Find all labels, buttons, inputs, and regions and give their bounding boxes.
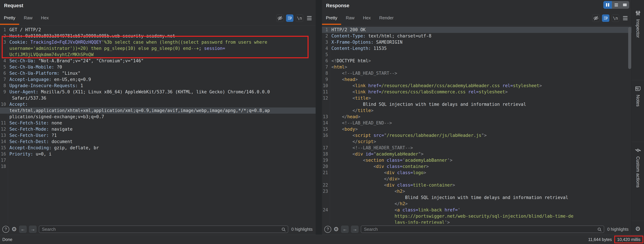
scrollbar-thumb[interactable] — [628, 27, 631, 69]
tab-hex[interactable]: Hex — [359, 11, 374, 25]
line-number: 12 — [322, 95, 330, 101]
code-row: 18 <div id="academyLabHeader"> — [322, 151, 632, 157]
line-number: 18 — [322, 151, 330, 157]
code-text: Accept-Encoding: gzip, deflate, br — [8, 145, 99, 151]
code-text: Content-Type: text/html; charset=utf-8 — [330, 33, 432, 39]
tab-render[interactable]: Render — [376, 11, 398, 25]
search-input[interactable] — [39, 226, 288, 233]
menu-icon[interactable] — [306, 14, 313, 22]
prev-match-button[interactable]: ← — [341, 226, 349, 233]
line-number: 19 — [322, 157, 330, 163]
response-search-bar: ? ⚙ ← → 0 highlights — [322, 224, 632, 235]
line-number: 20 — [322, 163, 330, 170]
search-input-wrap — [39, 226, 288, 233]
line-number: 12 — [0, 126, 8, 132]
code-text: GET / HTTP/2 — [8, 27, 41, 33]
request-editor-toolbar: \n — [276, 14, 313, 22]
code-text: <link href=/resources/labheader/css/acad… — [330, 83, 542, 89]
hide-nonprinting-eye-off-icon[interactable] — [276, 14, 284, 22]
code-row: 13Sec-Fetch-User: ?1 — [0, 132, 316, 139]
code-text: <div class=logo> — [330, 170, 426, 176]
code-row: 4Content-Length: 11535 — [322, 45, 632, 51]
tab-pretty[interactable]: Pretty — [0, 11, 19, 25]
line-number: 11 — [322, 89, 330, 95]
code-row: 20 <div class=container> — [322, 163, 632, 170]
tab-raw[interactable]: Raw — [20, 11, 36, 25]
request-editor[interactable]: 1GET / HTTP/22Host: 0a0100a803a3049781cb… — [0, 25, 316, 224]
line-number: 5 — [0, 64, 8, 70]
code-row: 24 <a class=link-back href=' — [322, 207, 632, 213]
tab-pretty[interactable]: Pretty — [322, 11, 341, 25]
line-number: 2 — [322, 33, 330, 39]
code-text — [8, 163, 10, 170]
line-number — [322, 219, 330, 224]
annotation-box-cookie — [2, 36, 308, 58]
code-text: <!--LAB_HEADER_START--> — [330, 145, 413, 151]
code-row: 18 — [0, 163, 316, 170]
response-bytes: 11,644 bytes — [588, 237, 612, 242]
line-number: 1 — [0, 27, 8, 33]
next-match-button[interactable]: → — [29, 226, 37, 233]
line-number: 4 — [322, 45, 330, 51]
tab-raw[interactable]: Raw — [342, 11, 358, 25]
code-row: lays-info-retrieval'> — [322, 219, 632, 224]
status-bar: Done 11,644 bytes 10,420 millis — [0, 235, 644, 244]
code-row: 15 <body> — [322, 126, 632, 132]
word-wrap-icon[interactable] — [286, 14, 294, 22]
code-row: 4Sec-Ch-Ua: "Not-A.Brand";v="24", "Chrom… — [0, 58, 316, 64]
newline-icon[interactable]: \n — [612, 14, 619, 22]
sidebar-tab-label: Inspector — [635, 19, 640, 38]
code-row: 22 <div class=title-container> — [322, 182, 632, 188]
code-row: </h2> — [322, 201, 632, 207]
line-number: 17 — [322, 145, 330, 151]
line-number: 15 — [0, 145, 8, 151]
code-row: 6<!DOCTYPE html> — [322, 58, 632, 64]
code-text: HTTP/2 200 OK — [330, 27, 366, 33]
hide-nonprinting-eye-off-icon[interactable] — [592, 14, 600, 22]
sidebar-tab-label: Custom actions — [635, 156, 640, 188]
help-icon[interactable]: ? — [2, 226, 9, 233]
sidebar-tab-inspector[interactable]: Inspector — [632, 0, 644, 80]
request-panel-title: Request — [0, 0, 23, 11]
line-number — [0, 114, 8, 120]
gear-icon[interactable]: ⚙ — [334, 226, 339, 232]
magnifier-icon — [597, 227, 602, 232]
rows-layout-icon[interactable] — [612, 1, 620, 9]
search-input[interactable] — [361, 226, 604, 233]
line-number: 3 — [322, 39, 330, 45]
code-text: Blind SQL injection with time delays and… — [330, 195, 568, 201]
code-text: Sec-Fetch-Mode: navigate — [8, 126, 72, 132]
line-number — [322, 101, 330, 107]
settings-gear-icon[interactable]: ⚙ — [635, 225, 640, 233]
response-highlights-count: 0 highlights — [607, 227, 628, 232]
code-text: Sec-Fetch-Dest: document — [8, 139, 72, 145]
help-icon[interactable]: ? — [324, 226, 331, 233]
sidebar-tab-notes[interactable]: Notes — [632, 80, 644, 142]
single-layout-icon[interactable] — [621, 1, 629, 9]
code-text: <section class='academyLabBanner'> — [330, 157, 452, 163]
code-text: text/html,application/xhtml+xml,applicat… — [8, 107, 270, 114]
line-number: 6 — [322, 58, 330, 64]
newline-icon[interactable]: \n — [296, 14, 303, 22]
gear-icon[interactable]: ⚙ — [12, 226, 17, 232]
code-text: <div id="academyLabHeader"> — [330, 151, 424, 157]
code-row: 7<html> — [322, 64, 632, 70]
line-number: 16 — [322, 132, 330, 139]
line-number: 16 — [0, 151, 8, 157]
code-text: <!--LAB_HEAD_START--> — [330, 70, 397, 76]
code-text: https://portswigger.net/web-security/sql… — [330, 213, 574, 219]
tab-hex[interactable]: Hex — [37, 11, 52, 25]
line-number: 21 — [322, 170, 330, 176]
sidebar-tab-label: Notes — [635, 95, 640, 107]
prev-match-button[interactable]: ← — [19, 226, 27, 233]
next-match-button[interactable]: → — [351, 226, 359, 233]
line-number: 9 — [0, 89, 8, 95]
response-editor[interactable]: 1HTTP/2 200 OK2Content-Type: text/html; … — [322, 25, 632, 224]
menu-icon[interactable] — [622, 14, 629, 22]
columns-layout-icon[interactable] — [603, 1, 612, 9]
line-number — [322, 176, 330, 182]
sidebar-tab-custom-actions[interactable]: Custom actions — [632, 142, 644, 221]
request-search-bar: ? ⚙ ← → 0 highlights — [0, 224, 316, 235]
line-number: 13 — [0, 132, 8, 139]
word-wrap-icon[interactable] — [602, 14, 610, 22]
